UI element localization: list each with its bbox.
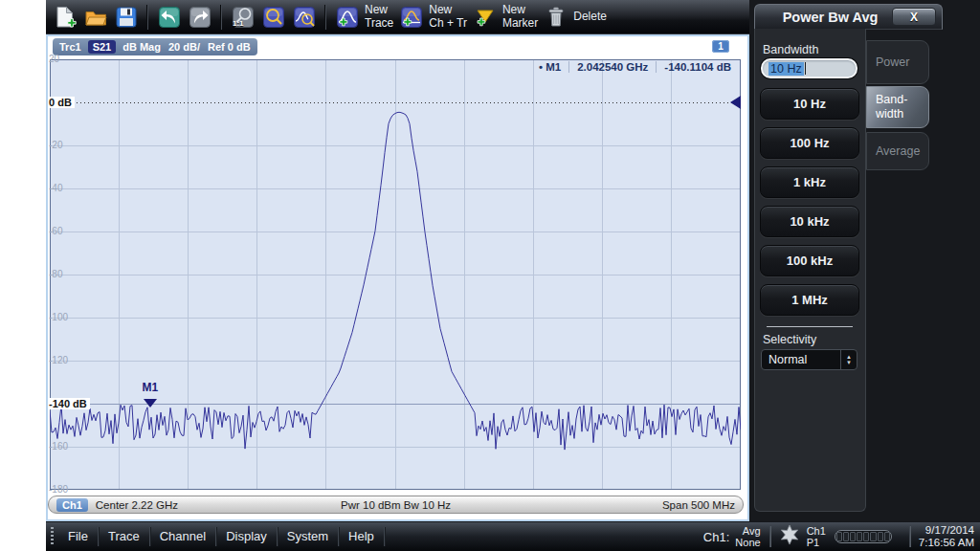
trace-scale: 20 dB/: [165, 41, 204, 53]
spinner-icon[interactable]: ▲ ▼: [840, 350, 857, 369]
plot-area: M1: [50, 59, 741, 490]
menu-display[interactable]: Display: [216, 527, 278, 546]
trace-format: dB Mag: [119, 41, 165, 53]
gauge-segment: [878, 532, 883, 541]
status-time: 7:16:56 AM: [919, 537, 974, 548]
bandwidth-value: 10 Hz: [768, 62, 804, 76]
close-button[interactable]: X: [892, 8, 936, 26]
new-trace-button[interactable]: New Trace: [332, 2, 396, 31]
menu-file[interactable]: File: [58, 527, 99, 546]
y-axis-tick-label: 20: [49, 54, 59, 64]
save-floppy-icon: [114, 5, 139, 30]
y-axis-tick-label: -180: [49, 484, 68, 495]
channel-center-frequency[interactable]: Center 2.22 GHz: [96, 499, 178, 511]
y-axis-tick-label: 0 dB: [49, 97, 75, 108]
y-axis-tick-label: -140 dB: [49, 398, 90, 409]
menu-grip-handle[interactable]: [51, 527, 54, 546]
dialog-body: Bandwidth 10 Hz 10 Hz 100 Hz 1 kHz 10 kH…: [754, 29, 866, 512]
zoom-magnifier-icon: [261, 5, 286, 30]
marker-readout-name: • M1: [531, 61, 568, 73]
new-marker-button[interactable]: New Marker: [470, 2, 541, 31]
gauge-segment: [836, 532, 842, 541]
plot-grid: [50, 59, 741, 490]
delete-label: Delete: [573, 11, 607, 23]
new-marker-label: New Marker: [502, 4, 538, 29]
selectivity-select[interactable]: Normal ▲ ▼: [761, 349, 858, 370]
zoom-select-button[interactable]: [258, 3, 289, 32]
redo-button[interactable]: [185, 3, 215, 32]
delete-button[interactable]: Delete: [541, 3, 610, 32]
y-axis-tick-label: -120: [49, 355, 68, 365]
marker-m1-label: M1: [140, 382, 161, 394]
new-marker-icon: [473, 5, 498, 30]
gauge-segment: [843, 532, 849, 541]
gauge-segment: [857, 532, 862, 541]
y-axis-tick-label: -20: [49, 140, 62, 150]
menu-trace[interactable]: Trace: [99, 527, 150, 546]
zoom-1-1-button[interactable]: 1:1: [228, 3, 258, 32]
tab-average[interactable]: Average: [866, 132, 929, 170]
diagram-number-badge: 1: [712, 40, 729, 53]
status-datetime: 9/17/2014 7:16:56 AM: [919, 524, 974, 549]
softkey-1khz[interactable]: 1 kHz: [760, 166, 859, 198]
marker-readout: • M1 2.042540 GHz -140.1104 dB: [531, 58, 739, 75]
bandwidth-input[interactable]: 10 Hz: [761, 58, 858, 78]
trace-badge[interactable]: Trc1 S21 dB Mag 20 dB/ Ref 0 dB: [53, 38, 257, 55]
marker-triangle-icon: [144, 399, 157, 408]
main-toolbar: 1:1 New Trace New Ch + Tr: [46, 0, 749, 34]
zoom-trace-button[interactable]: [289, 3, 320, 32]
new-channel-trace-label: New Ch + Tr: [429, 4, 467, 29]
undo-icon: [157, 5, 182, 30]
softkey-10khz[interactable]: 10 kHz: [760, 206, 859, 237]
close-icon: X: [910, 11, 918, 24]
recall-set-button[interactable]: [50, 3, 80, 32]
system-messages-star-icon[interactable]: [779, 524, 800, 549]
zoom-trace-icon: [292, 5, 317, 30]
channel-power-bandwidth[interactable]: Pwr 10 dBm Bw 10 Hz: [341, 499, 451, 511]
bandwidth-label: Bandwidth: [763, 43, 818, 56]
status-separator: [909, 526, 910, 547]
marker-m1[interactable]: M1: [140, 382, 161, 411]
channel-span[interactable]: Span 500 MHz: [451, 499, 735, 511]
menu-help[interactable]: Help: [339, 527, 385, 546]
tab-bandwidth[interactable]: Band- width: [866, 86, 929, 128]
sweep-progress-gauge: [835, 530, 892, 543]
status-channel-label: Ch1:: [703, 530, 729, 544]
softkey-100khz[interactable]: 100 kHz: [760, 245, 859, 276]
selectivity-value: Normal: [762, 353, 840, 366]
dialog-title: Power Bw Avg: [768, 10, 892, 25]
softkey-10hz[interactable]: 10 Hz: [760, 88, 859, 120]
new-trace-label: New Trace: [365, 4, 393, 29]
reference-level-arrow[interactable]: [730, 96, 741, 109]
y-axis-tick-label: -80: [49, 269, 62, 279]
gauge-segment: [850, 532, 856, 541]
status-date: 9/17/2014: [925, 524, 974, 536]
status-sweep-channel: Ch1 P1: [807, 525, 826, 548]
softkey-100hz[interactable]: 100 Hz: [760, 127, 859, 159]
new-trace-icon: [335, 5, 360, 30]
softkey-1mhz[interactable]: 1 MHz: [760, 284, 859, 316]
open-file-button[interactable]: [80, 3, 111, 32]
bottom-bar: File Trace Channel Display System Help C…: [46, 521, 980, 551]
new-channel-trace-button[interactable]: New Ch + Tr: [396, 2, 470, 31]
menu-system[interactable]: System: [278, 527, 339, 546]
marker-readout-level: -140.1104 dB: [656, 61, 739, 73]
zoom-ratio-label: 1:1: [233, 20, 244, 29]
open-folder-icon: [83, 5, 108, 30]
status-separator: [769, 526, 770, 547]
toolbar-separator: [147, 5, 148, 30]
dialog-titlebar[interactable]: Power Bw Avg X: [754, 4, 943, 30]
y-axis-tick-label: -40: [49, 183, 62, 193]
undo-button[interactable]: [154, 3, 185, 32]
y-axis-tick-label: -160: [49, 441, 68, 452]
y-axis-tick-label: -60: [49, 226, 62, 236]
tab-power[interactable]: Power: [866, 40, 929, 84]
marker-bullet-icon: •: [539, 61, 543, 73]
toolbar-separator: [221, 5, 222, 30]
save-button[interactable]: [111, 3, 142, 32]
gauge-segment: [870, 532, 876, 541]
menu-channel[interactable]: Channel: [150, 527, 216, 546]
channel-badge[interactable]: Ch1: [56, 498, 88, 512]
channel-bar-left: Ch1 Center 2.22 GHz: [56, 498, 341, 512]
zoom-1-1-icon: 1:1: [231, 5, 256, 30]
